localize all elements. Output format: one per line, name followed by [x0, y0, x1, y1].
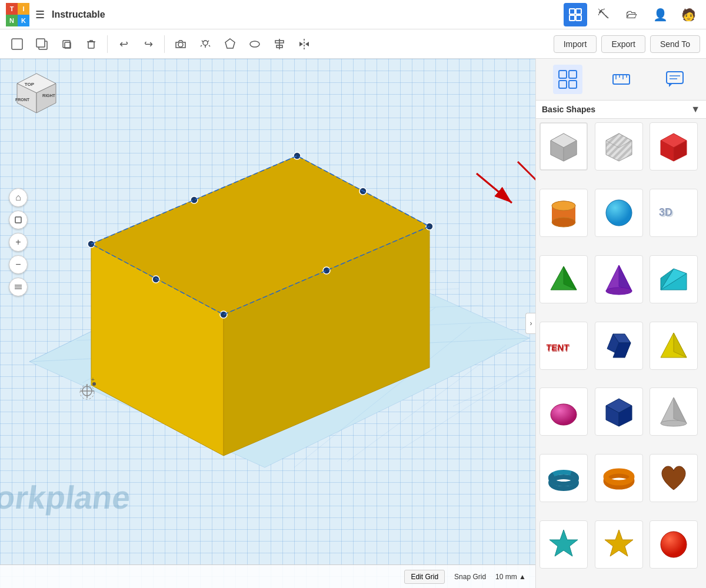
svg-marker-12	[225, 39, 235, 48]
svg-point-43	[191, 196, 198, 203]
separator-1	[107, 35, 108, 53]
sphere-red-shape-item[interactable]	[650, 520, 698, 569]
shapes-tab-button[interactable]	[553, 65, 582, 94]
sphere-shape-item[interactable]	[595, 189, 643, 237]
scene-canvas[interactable]: Workplane +	[0, 59, 535, 588]
svg-line-35	[453, 370, 530, 406]
grid-view-button[interactable]	[564, 3, 587, 26]
text3d-shape-item[interactable]: 3D 3D	[650, 189, 698, 237]
text-red-shape-item[interactable]: TENT TENT	[540, 322, 588, 370]
undo-button[interactable]: ↩	[112, 33, 135, 55]
import-button[interactable]: Import	[554, 35, 597, 53]
cone-purple-shape-item[interactable]	[595, 255, 643, 303]
oval-button[interactable]	[244, 33, 266, 55]
export-button[interactable]: Export	[601, 35, 645, 53]
svg-rect-0	[570, 9, 575, 14]
svg-marker-118	[674, 397, 687, 423]
box-navy-shape-item[interactable]	[595, 387, 643, 436]
logo-k: K	[18, 15, 29, 26]
svg-point-113	[551, 404, 577, 425]
status-bar: Edit Grid Snap Grid 10 mm ▲	[0, 564, 535, 588]
svg-rect-68	[559, 71, 567, 78]
pyramid-yellow-shape-item[interactable]	[650, 322, 698, 370]
separator-2	[164, 35, 165, 53]
view-cube[interactable]: TOP FRONT RIGHT	[12, 71, 62, 121]
snap-value[interactable]: 10 mm ▲	[495, 573, 526, 581]
star-teal-shape-item[interactable]	[540, 520, 588, 569]
align-button[interactable]	[268, 33, 291, 55]
svg-rect-77	[667, 72, 683, 83]
wedge-shape-item[interactable]	[650, 255, 698, 303]
delete-button[interactable]	[80, 33, 102, 55]
svg-point-41	[426, 223, 433, 230]
viewport[interactable]: Workplane + TOP	[0, 59, 535, 588]
svg-marker-19	[305, 42, 309, 46]
category-dropdown-arrow[interactable]: ▼	[691, 104, 700, 115]
menu-icon[interactable]: ☰	[35, 8, 45, 21]
user-button[interactable]: 👤	[648, 3, 672, 26]
avatar-button[interactable]: 🧑	[677, 3, 700, 26]
svg-point-13	[250, 41, 259, 47]
svg-rect-70	[559, 81, 567, 88]
svg-point-102	[606, 288, 632, 295]
svg-point-11	[203, 41, 208, 45]
copy-button[interactable]	[31, 33, 53, 55]
home-view-button[interactable]: ⌂	[9, 188, 28, 207]
panel-collapse-arrow[interactable]: ›	[525, 313, 535, 334]
polygon-button[interactable]	[219, 33, 241, 55]
star-yellow-shape-item[interactable]	[595, 520, 643, 569]
notes-tab-button[interactable]	[660, 65, 690, 94]
fit-view-button[interactable]	[9, 211, 28, 229]
box-shape-item[interactable]	[540, 122, 588, 171]
svg-rect-1	[576, 9, 581, 14]
svg-rect-4	[12, 39, 22, 49]
cone-gray-shape-item[interactable]	[650, 387, 698, 436]
light-button[interactable]	[194, 33, 217, 55]
project-title: Instructable	[52, 9, 105, 20]
svg-point-10	[178, 42, 183, 47]
svg-marker-126	[605, 530, 633, 556]
shape-category-selector[interactable]: Basic Shapes ▼	[536, 101, 706, 119]
pickaxe-button[interactable]: ⛏	[592, 3, 615, 26]
new-button[interactable]	[6, 33, 28, 55]
prism-shape-item[interactable]	[595, 322, 643, 370]
heart-brown-shape-item[interactable]	[650, 454, 698, 502]
svg-point-93	[552, 218, 575, 227]
snap-grid-label: Snap Grid	[454, 573, 486, 581]
svg-point-46	[323, 267, 330, 274]
logo-i: I	[18, 3, 29, 15]
svg-text:Workplane: Workplane	[0, 479, 133, 516]
top-right-icons: ⛏ 🗁 👤 🧑	[564, 3, 700, 26]
svg-rect-61	[15, 217, 21, 223]
duplicate-button[interactable]	[55, 33, 78, 55]
svg-text:RIGHT: RIGHT	[42, 93, 56, 98]
camera-button[interactable]	[169, 33, 192, 55]
layers-button[interactable]	[9, 278, 28, 296]
svg-point-119	[661, 420, 687, 426]
redo-button[interactable]: ↪	[137, 33, 159, 55]
tinkercad-logo[interactable]: T I N K	[6, 3, 29, 26]
svg-text:FRONT: FRONT	[15, 98, 30, 102]
svg-rect-69	[569, 71, 577, 78]
pyramid-green-shape-item[interactable]	[540, 255, 588, 303]
sendto-button[interactable]: Send To	[650, 35, 700, 53]
svg-rect-9	[88, 42, 94, 48]
edit-grid-button[interactable]: Edit Grid	[404, 570, 445, 584]
shapes-panel: Basic Shapes ▼	[535, 59, 706, 588]
svg-point-95	[606, 200, 632, 226]
files-button[interactable]: 🗁	[620, 3, 644, 26]
svg-rect-7	[63, 41, 70, 48]
svg-rect-71	[569, 81, 577, 88]
hole-shape-item[interactable]	[595, 122, 643, 171]
svg-rect-72	[613, 75, 630, 84]
zoom-in-button[interactable]: +	[9, 233, 28, 252]
logo-t: T	[6, 3, 18, 15]
ellipsoid-pink-shape-item[interactable]	[540, 387, 588, 436]
zoom-out-button[interactable]: −	[9, 255, 28, 274]
ruler-tab-button[interactable]	[607, 65, 636, 94]
torus-teal-shape-item[interactable]	[540, 454, 588, 502]
cylinder-shape-item[interactable]	[540, 189, 588, 237]
mirror-button[interactable]	[293, 33, 315, 55]
donut-orange-shape-item[interactable]	[595, 454, 643, 502]
red-box-shape-item[interactable]	[650, 122, 698, 171]
